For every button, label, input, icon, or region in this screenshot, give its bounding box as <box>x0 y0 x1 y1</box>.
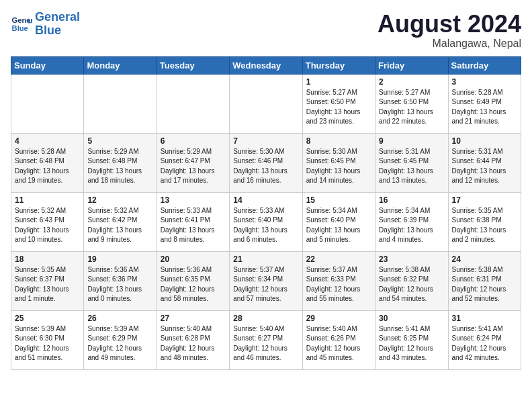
cell-content: Sunrise: 5:37 AM Sunset: 6:34 PM Dayligh… <box>233 265 298 304</box>
cell-content: Sunrise: 5:34 AM Sunset: 6:40 PM Dayligh… <box>306 206 371 245</box>
cell-content: Sunrise: 5:33 AM Sunset: 6:40 PM Dayligh… <box>233 206 298 245</box>
day-number: 18 <box>15 255 80 264</box>
calendar-cell: 25Sunrise: 5:39 AM Sunset: 6:30 PM Dayli… <box>11 310 84 369</box>
calendar-cell: 29Sunrise: 5:40 AM Sunset: 6:26 PM Dayli… <box>302 310 375 369</box>
cell-content: Sunrise: 5:28 AM Sunset: 6:48 PM Dayligh… <box>15 147 80 186</box>
cell-content: Sunrise: 5:41 AM Sunset: 6:24 PM Dayligh… <box>452 324 517 363</box>
cell-content: Sunrise: 5:40 AM Sunset: 6:26 PM Dayligh… <box>306 324 371 363</box>
cell-content: Sunrise: 5:29 AM Sunset: 6:48 PM Dayligh… <box>87 147 152 186</box>
calendar-cell: 19Sunrise: 5:36 AM Sunset: 6:36 PM Dayli… <box>84 251 157 310</box>
cell-content: Sunrise: 5:30 AM Sunset: 6:46 PM Dayligh… <box>233 147 298 186</box>
day-number: 15 <box>306 195 371 205</box>
cell-content: Sunrise: 5:41 AM Sunset: 6:25 PM Dayligh… <box>379 324 444 363</box>
calendar-cell <box>11 74 84 133</box>
calendar-cell <box>230 74 302 133</box>
cell-content: Sunrise: 5:27 AM Sunset: 6:50 PM Dayligh… <box>379 88 444 127</box>
day-number: 9 <box>379 136 444 146</box>
cell-content: Sunrise: 5:36 AM Sunset: 6:35 PM Dayligh… <box>161 265 226 304</box>
day-number: 17 <box>452 195 517 205</box>
calendar-cell: 8Sunrise: 5:30 AM Sunset: 6:45 PM Daylig… <box>302 133 375 192</box>
calendar-cell: 28Sunrise: 5:40 AM Sunset: 6:27 PM Dayli… <box>230 310 302 369</box>
calendar-cell: 21Sunrise: 5:37 AM Sunset: 6:34 PM Dayli… <box>230 251 302 310</box>
day-number: 27 <box>161 314 226 323</box>
cell-content: Sunrise: 5:30 AM Sunset: 6:45 PM Dayligh… <box>306 147 371 186</box>
day-number: 23 <box>379 255 444 264</box>
calendar-cell: 18Sunrise: 5:35 AM Sunset: 6:37 PM Dayli… <box>11 251 84 310</box>
day-number: 22 <box>306 255 371 264</box>
day-number: 26 <box>87 314 152 323</box>
day-number: 19 <box>87 255 152 264</box>
day-number: 20 <box>161 255 226 264</box>
calendar-cell: 15Sunrise: 5:34 AM Sunset: 6:40 PM Dayli… <box>302 192 375 251</box>
day-number: 5 <box>87 136 152 146</box>
day-number: 24 <box>452 255 517 264</box>
day-number: 4 <box>15 136 80 146</box>
calendar-cell: 27Sunrise: 5:40 AM Sunset: 6:28 PM Dayli… <box>157 310 229 369</box>
cell-content: Sunrise: 5:32 AM Sunset: 6:43 PM Dayligh… <box>15 206 80 245</box>
cell-content: Sunrise: 5:32 AM Sunset: 6:42 PM Dayligh… <box>87 206 152 245</box>
cell-content: Sunrise: 5:38 AM Sunset: 6:32 PM Dayligh… <box>379 265 444 304</box>
title-block: August 2024 Malangawa, Nepal <box>378 11 521 50</box>
day-number: 6 <box>161 136 226 146</box>
calendar-cell <box>157 74 229 133</box>
day-number: 28 <box>233 314 298 323</box>
column-header-monday: Monday <box>84 56 157 74</box>
day-number: 14 <box>233 195 298 205</box>
calendar-cell: 10Sunrise: 5:31 AM Sunset: 6:44 PM Dayli… <box>448 133 521 192</box>
day-number: 13 <box>161 195 226 205</box>
day-number: 25 <box>15 314 80 323</box>
calendar-cell: 7Sunrise: 5:30 AM Sunset: 6:46 PM Daylig… <box>230 133 302 192</box>
cell-content: Sunrise: 5:39 AM Sunset: 6:29 PM Dayligh… <box>87 324 152 363</box>
calendar-cell: 1Sunrise: 5:27 AM Sunset: 6:50 PM Daylig… <box>302 74 375 133</box>
cell-content: Sunrise: 5:36 AM Sunset: 6:36 PM Dayligh… <box>87 265 152 304</box>
column-header-tuesday: Tuesday <box>157 56 229 74</box>
day-number: 3 <box>452 77 517 87</box>
day-number: 11 <box>15 195 80 205</box>
calendar-cell: 31Sunrise: 5:41 AM Sunset: 6:24 PM Dayli… <box>448 310 521 369</box>
calendar-cell: 3Sunrise: 5:28 AM Sunset: 6:49 PM Daylig… <box>448 74 521 133</box>
column-header-wednesday: Wednesday <box>230 56 302 74</box>
logo-icon: General Blue <box>11 13 32 35</box>
calendar-cell: 14Sunrise: 5:33 AM Sunset: 6:40 PM Dayli… <box>230 192 302 251</box>
calendar-cell <box>84 74 157 133</box>
column-header-friday: Friday <box>375 56 448 74</box>
calendar-cell: 20Sunrise: 5:36 AM Sunset: 6:35 PM Dayli… <box>157 251 229 310</box>
day-number: 31 <box>452 314 517 323</box>
logo: General Blue GeneralBlue <box>11 11 80 38</box>
calendar-cell: 22Sunrise: 5:37 AM Sunset: 6:33 PM Dayli… <box>302 251 375 310</box>
calendar-cell: 23Sunrise: 5:38 AM Sunset: 6:32 PM Dayli… <box>375 251 448 310</box>
column-header-thursday: Thursday <box>302 56 375 74</box>
day-number: 29 <box>306 314 371 323</box>
cell-content: Sunrise: 5:33 AM Sunset: 6:41 PM Dayligh… <box>161 206 226 245</box>
cell-content: Sunrise: 5:35 AM Sunset: 6:37 PM Dayligh… <box>15 265 80 304</box>
calendar-cell: 4Sunrise: 5:28 AM Sunset: 6:48 PM Daylig… <box>11 133 84 192</box>
cell-content: Sunrise: 5:27 AM Sunset: 6:50 PM Dayligh… <box>306 88 371 127</box>
cell-content: Sunrise: 5:35 AM Sunset: 6:38 PM Dayligh… <box>452 206 517 245</box>
day-number: 16 <box>379 195 444 205</box>
logo-text: GeneralBlue <box>35 11 80 38</box>
day-number: 10 <box>452 136 517 146</box>
cell-content: Sunrise: 5:40 AM Sunset: 6:28 PM Dayligh… <box>161 324 226 363</box>
location: Malangawa, Nepal <box>378 38 521 50</box>
day-number: 8 <box>306 136 371 146</box>
cell-content: Sunrise: 5:39 AM Sunset: 6:30 PM Dayligh… <box>15 324 80 363</box>
calendar-cell: 5Sunrise: 5:29 AM Sunset: 6:48 PM Daylig… <box>84 133 157 192</box>
day-number: 30 <box>379 314 444 323</box>
cell-content: Sunrise: 5:31 AM Sunset: 6:44 PM Dayligh… <box>452 147 517 186</box>
cell-content: Sunrise: 5:29 AM Sunset: 6:47 PM Dayligh… <box>161 147 226 186</box>
page-header: General Blue GeneralBlue August 2024 Mal… <box>11 11 521 50</box>
month-title: August 2024 <box>378 11 521 38</box>
calendar-cell: 12Sunrise: 5:32 AM Sunset: 6:42 PM Dayli… <box>84 192 157 251</box>
day-number: 1 <box>306 77 371 87</box>
calendar-cell: 2Sunrise: 5:27 AM Sunset: 6:50 PM Daylig… <box>375 74 448 133</box>
calendar-cell: 11Sunrise: 5:32 AM Sunset: 6:43 PM Dayli… <box>11 192 84 251</box>
day-number: 7 <box>233 136 298 146</box>
calendar-table: SundayMondayTuesdayWednesdayThursdayFrid… <box>11 56 521 370</box>
day-number: 2 <box>379 77 444 87</box>
calendar-cell: 13Sunrise: 5:33 AM Sunset: 6:41 PM Dayli… <box>157 192 229 251</box>
calendar-cell: 9Sunrise: 5:31 AM Sunset: 6:45 PM Daylig… <box>375 133 448 192</box>
calendar-cell: 6Sunrise: 5:29 AM Sunset: 6:47 PM Daylig… <box>157 133 229 192</box>
calendar-cell: 30Sunrise: 5:41 AM Sunset: 6:25 PM Dayli… <box>375 310 448 369</box>
cell-content: Sunrise: 5:31 AM Sunset: 6:45 PM Dayligh… <box>379 147 444 186</box>
cell-content: Sunrise: 5:38 AM Sunset: 6:31 PM Dayligh… <box>452 265 517 304</box>
